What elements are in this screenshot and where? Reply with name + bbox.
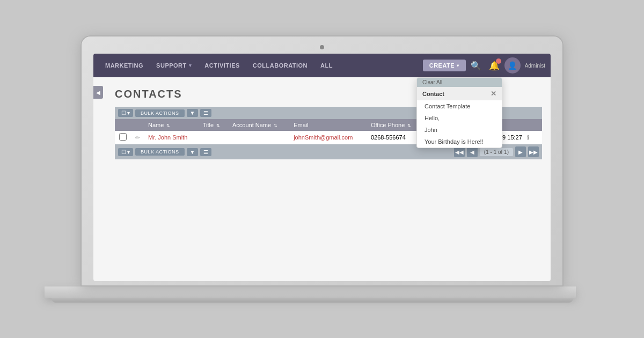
sort-name-icon: ⇅ (166, 123, 170, 128)
next-page-button[interactable]: ▶ (515, 146, 526, 157)
nav-item-support[interactable]: SUPPORT (150, 54, 198, 77)
footer-filter-icon: ▼ (190, 149, 195, 155)
header-title[interactable]: Title ⇅ (199, 119, 228, 131)
nav-item-activities[interactable]: ACTIVITIES (198, 54, 246, 77)
list-view-button[interactable]: ☰ (200, 109, 211, 117)
sidebar-toggle[interactable]: ◀ (93, 86, 103, 99)
dropdown-close-icon[interactable]: ✕ (491, 90, 496, 98)
row-account-cell (228, 131, 289, 144)
email-link[interactable]: johnSmith@gmail.com (294, 134, 353, 141)
footer-chevron-icon: ▾ (127, 149, 130, 155)
footer-list-icon: ☰ (203, 149, 208, 155)
user-avatar[interactable]: 👤 (504, 57, 521, 74)
list-icon: ☰ (203, 110, 208, 116)
header-account-name[interactable]: Account Name ⇅ (228, 119, 289, 131)
dropdown-clear-bar: Clear All (417, 78, 502, 87)
footer-list-button[interactable]: ☰ (200, 148, 211, 156)
checkbox-dropdown-button[interactable]: ☐ ▾ (118, 109, 133, 117)
contact-name-link[interactable]: Mr. John Smith (148, 134, 187, 141)
row-phone-value: 0268-556674 (371, 134, 406, 141)
page-info: (1 - 1 of 1) (480, 148, 513, 156)
search-icon: 🔍 (471, 61, 481, 71)
sort-account-icon: ⇅ (274, 123, 277, 128)
checkbox-chevron-icon: ▾ (127, 110, 130, 116)
create-chevron-icon: ▾ (457, 63, 459, 68)
dropdown-item-0[interactable]: Contact Template (417, 100, 502, 112)
create-label: CREATE (429, 62, 455, 69)
row-title-cell (199, 131, 228, 144)
nav-item-collaboration[interactable]: COLLABORATION (246, 54, 314, 77)
checkbox-icon: ☐ (121, 110, 126, 116)
footer-bulk-actions-button[interactable]: BULK ACTIONS (135, 148, 185, 156)
laptop-base (45, 286, 576, 298)
last-page-button[interactable]: ▶▶ (528, 146, 539, 157)
dropdown-section-header: Contact ✕ (417, 87, 502, 100)
footer-filter-button[interactable]: ▼ (187, 148, 199, 156)
filter-button[interactable]: ▼ (187, 109, 199, 117)
bulk-actions-button[interactable]: BULK ACTIONS (135, 109, 185, 117)
edit-icon[interactable]: ✏ (135, 135, 140, 141)
row-edit-cell[interactable]: ✏ (131, 131, 144, 144)
app-navbar: MARKETING SUPPORT ACTIVITIES COLLABORATI… (93, 54, 551, 77)
filter-icon: ▼ (190, 110, 195, 116)
dropdown-item-1[interactable]: Hello, (417, 112, 502, 124)
admin-label: Administ (525, 63, 545, 69)
laptop-camera (320, 45, 324, 49)
footer-checkbox-button[interactable]: ☐ ▾ (118, 148, 133, 156)
header-name[interactable]: Name ⇅ (144, 119, 199, 131)
nav-right: CREATE ▾ 🔍 🔔 👤 Administ (423, 57, 545, 74)
prev-page-button[interactable]: ◀ (467, 146, 478, 157)
header-edit-col (131, 119, 144, 131)
notification-badge (496, 58, 501, 64)
footer-right: ◀◀ ◀ (1 - 1 of 1) ▶ ▶▶ (454, 146, 539, 157)
nav-items: MARKETING SUPPORT ACTIVITIES COLLABORATI… (99, 54, 423, 77)
row-email-cell: johnSmith@gmail.com (289, 131, 367, 144)
laptop-screen: MARKETING SUPPORT ACTIVITIES COLLABORATI… (93, 54, 551, 281)
create-dropdown: Clear All Contact ✕ Contact Template Hel… (416, 77, 502, 148)
row-checkbox-cell[interactable] (115, 131, 131, 144)
dropdown-item-2[interactable]: John (417, 124, 502, 136)
row-name-cell: Mr. John Smith (144, 131, 199, 144)
row-checkbox[interactable] (119, 133, 127, 141)
user-icon: 👤 (508, 61, 517, 70)
sort-phone-icon: ⇅ (407, 123, 411, 128)
header-office-phone[interactable]: Office Phone ⇅ (367, 119, 422, 131)
info-icon[interactable]: ℹ (527, 134, 529, 141)
nav-item-all[interactable]: ALL (314, 54, 339, 77)
laptop-foot (52, 298, 573, 303)
dropdown-item-3[interactable]: Your Birthday is Here!! (417, 136, 502, 148)
row-phone-cell: 0268-556674 (367, 131, 422, 144)
header-checkbox-col (115, 119, 131, 131)
footer-checkbox-icon: ☐ (121, 149, 126, 155)
clear-all-label[interactable]: Clear All (422, 79, 442, 85)
nav-item-marketing[interactable]: MARKETING (99, 54, 150, 77)
first-page-button[interactable]: ◀◀ (454, 146, 465, 157)
notifications-button[interactable]: 🔔 (486, 57, 502, 74)
dropdown-section-label: Contact (422, 91, 444, 97)
footer-left: ☐ ▾ BULK ACTIONS ▼ (118, 148, 211, 156)
search-button[interactable]: 🔍 (468, 57, 484, 74)
create-button[interactable]: CREATE ▾ (423, 60, 466, 71)
sort-title-icon: ⇅ (216, 123, 220, 128)
header-email[interactable]: Email (289, 119, 367, 131)
